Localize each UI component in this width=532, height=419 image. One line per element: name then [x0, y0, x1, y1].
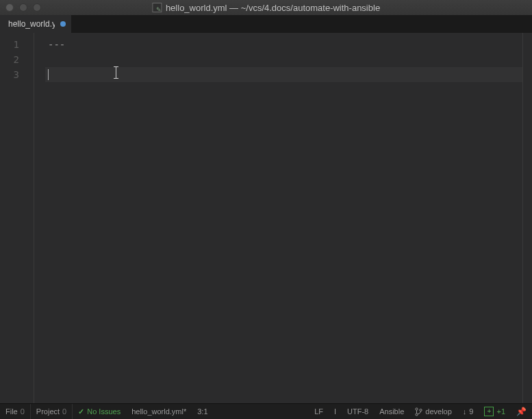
window-title-text: hello_world.yml — ~/vcs/4.docs/automate-… [166, 3, 380, 13]
sb-issues-text: No Issues [87, 407, 121, 416]
sb-caret-position[interactable]: 3:1 [192, 404, 213, 419]
scrollbar[interactable] [522, 33, 532, 403]
sb-line-ending[interactable]: LF [309, 404, 329, 419]
check-icon: ✓ [78, 407, 84, 416]
sb-git-incoming[interactable]: 9 [457, 404, 479, 419]
caret-icon [48, 69, 49, 80]
statusbar: File 0 Project 0 ✓ No Issues hello_world… [0, 403, 532, 419]
sb-file[interactable]: File 0 [0, 404, 31, 419]
file-icon [152, 3, 162, 12]
code-line[interactable] [45, 52, 522, 67]
close-icon[interactable] [5, 3, 14, 12]
tabbar: hello_world.yml [0, 15, 532, 33]
code-line[interactable]: --- [45, 37, 522, 52]
zoom-icon[interactable] [33, 3, 41, 12]
arrow-down-icon [463, 407, 467, 416]
code-line[interactable] [45, 67, 522, 82]
branch-icon [415, 407, 422, 418]
sb-project-label: Project [36, 407, 60, 416]
sb-file-count: 0 [21, 407, 25, 416]
sb-project[interactable]: Project 0 [31, 404, 73, 419]
sb-indent[interactable]: I [329, 404, 342, 419]
sb-file-label: File [5, 407, 18, 416]
editor[interactable]: 1 2 3 --- [0, 33, 532, 403]
svg-point-0 [416, 407, 418, 409]
line-number[interactable]: 1 [0, 37, 26, 52]
tab-hello-world[interactable]: hello_world.yml [0, 15, 72, 33]
indent-strip [34, 33, 45, 403]
window-title: hello_world.yml — ~/vcs/4.docs/automate-… [152, 3, 380, 13]
dirty-indicator-icon [60, 21, 66, 27]
minimize-icon[interactable] [19, 3, 27, 12]
line-number[interactable]: 2 [0, 52, 26, 67]
sb-git-branch[interactable]: develop [409, 404, 457, 419]
window-controls [5, 3, 41, 12]
sb-filename-text: hello_world.yml* [131, 407, 186, 416]
sb-incoming-count: 9 [469, 407, 473, 416]
code-text: --- [48, 39, 65, 50]
sb-issues[interactable]: ✓ No Issues [73, 404, 126, 419]
pin-icon: 📌 [516, 407, 527, 416]
plus-box-icon: + [484, 407, 494, 416]
fold-strip [26, 33, 34, 403]
sb-pin[interactable]: 📌 [511, 404, 532, 419]
sb-caret-text: 3:1 [197, 407, 207, 416]
sb-encoding-text: UTF-8 [347, 407, 368, 416]
code-area[interactable]: --- [45, 33, 522, 403]
sb-git-stage[interactable]: + +1 [479, 404, 511, 419]
sb-line-ending-text: LF [314, 407, 323, 416]
svg-point-1 [416, 413, 418, 415]
sb-filetype-text: Ansible [379, 407, 404, 416]
gutter: 1 2 3 [0, 33, 26, 403]
sb-filetype[interactable]: Ansible [374, 404, 409, 419]
tab-label: hello_world.yml [8, 19, 55, 29]
sb-stage-count: +1 [496, 407, 505, 416]
sb-branch-text: develop [425, 407, 452, 416]
svg-point-2 [420, 409, 422, 411]
titlebar: hello_world.yml — ~/vcs/4.docs/automate-… [0, 0, 532, 15]
sb-project-count: 0 [62, 407, 66, 416]
sb-indent-text: I [334, 407, 336, 416]
sb-filename[interactable]: hello_world.yml* [126, 404, 192, 419]
sb-encoding[interactable]: UTF-8 [342, 404, 374, 419]
line-number[interactable]: 3 [0, 67, 26, 82]
